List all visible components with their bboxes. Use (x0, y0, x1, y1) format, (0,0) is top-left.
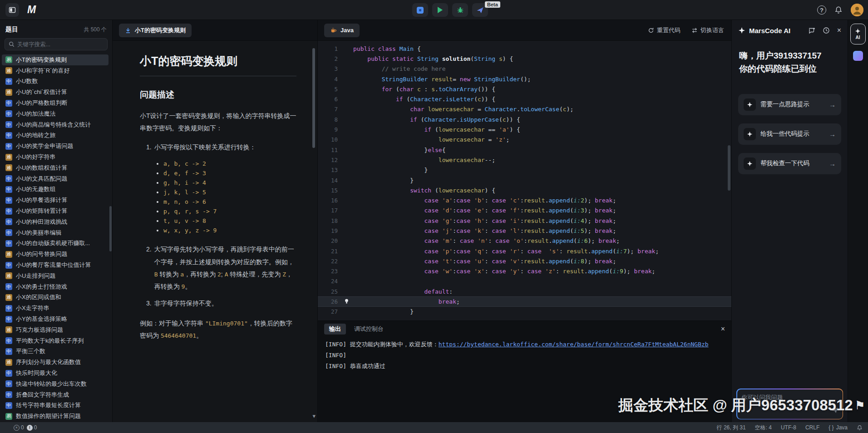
avatar[interactable] (851, 4, 863, 16)
ai-suggestion-card[interactable]: 给我一些代码提示→ (738, 123, 841, 145)
code-line[interactable]: 4 StringBuilder result= new StringBuilde… (318, 74, 731, 84)
line-number[interactable]: 25 (318, 288, 341, 295)
language-tab[interactable]: Java (324, 24, 360, 37)
line-number[interactable]: 3 (318, 65, 341, 72)
problem-list-item[interactable]: 中小Y的基金选择策略 (0, 314, 110, 325)
line-number[interactable]: 16 (318, 197, 341, 204)
code-editor[interactable]: 1public class Main {2 public static Stri… (318, 41, 731, 320)
ai-input-field[interactable] (737, 389, 843, 419)
submit-button[interactable]: Beta (472, 3, 488, 17)
line-number[interactable]: 4 (318, 76, 341, 83)
problem-list-item[interactable]: 难小U和字符`R`的喜好 (0, 65, 110, 76)
line-number[interactable]: 12 (318, 157, 341, 163)
code-line[interactable]: 1public class Main { (318, 44, 731, 54)
problem-list-item[interactable]: 难小X的区间或值和 (0, 292, 110, 303)
code-line[interactable]: 6 if (Character.isLetter(c)) { (318, 94, 731, 104)
problem-list-item[interactable]: 中小X的勇士打怪游戏 (0, 281, 110, 292)
line-number[interactable]: 6 (318, 96, 341, 103)
problem-tab[interactable]: 小T的密码变换规则 (119, 24, 192, 37)
problem-list-item[interactable]: 中小U的种田游戏挑战 (0, 216, 110, 227)
code-line[interactable]: 5 for (char c : s.toCharArray()) { (318, 84, 731, 94)
code-line[interactable]: 16 case 'a':case 'b': case 'c':result.ap… (318, 195, 731, 205)
problem-list-item[interactable]: 中小U的加法魔法 (0, 108, 110, 119)
problem-list-item[interactable]: 中小U的严格数组判断 (0, 98, 110, 108)
line-number[interactable]: 2 (318, 55, 341, 62)
problem-list-item[interactable]: 中括号字符串最短长度计算 (0, 400, 110, 411)
problem-list-item[interactable]: 难小U走排列问题 (0, 271, 110, 281)
build-button[interactable] (412, 3, 428, 17)
problem-list-item[interactable]: 中小U的早餐选择计算 (0, 195, 110, 206)
problem-list-item[interactable]: 中折叠回文字符串生成 (0, 389, 110, 400)
cursor-position[interactable]: 行 26, 列 31 (717, 424, 746, 432)
line-number[interactable]: 13 (318, 167, 341, 173)
run-button[interactable] (432, 3, 448, 17)
code-line[interactable]: 2 public static String solution(String s… (318, 54, 731, 64)
switch-language-button[interactable]: 切换语言 (691, 26, 724, 34)
console-close-icon[interactable]: × (721, 325, 725, 333)
code-line[interactable]: 11 }else{ (318, 145, 731, 155)
debug-button[interactable] (452, 3, 468, 17)
sidebar-toggle-button[interactable] (5, 3, 19, 17)
problem-list-item[interactable]: 中快乐时间最大化 (0, 368, 110, 379)
activity-icon[interactable] (853, 51, 863, 61)
problem-list-item[interactable]: 中小U的奖学金申请问题 (0, 141, 110, 152)
line-number[interactable]: 18 (318, 217, 341, 224)
description-scrollbar[interactable] (312, 48, 315, 148)
problem-list-item[interactable]: 易数值操作的期望计算问题 (0, 411, 110, 422)
code-line[interactable]: 3 // write code here (318, 64, 731, 74)
code-line[interactable]: 17 case 'd':case 'e': case 'f':result.ap… (318, 206, 731, 216)
line-number[interactable]: 9 (318, 126, 341, 133)
problem-list-item[interactable]: 中小U的无趣数组 (0, 184, 110, 195)
lightbulb-icon[interactable] (344, 298, 349, 306)
line-number[interactable]: 19 (318, 227, 341, 234)
problem-description[interactable]: 小T的密码变换规则 问题描述 小T设计了一套密码变换规则，将输入的字符串转换成一… (113, 41, 317, 422)
line-number[interactable]: 17 (318, 207, 341, 214)
line-number[interactable]: 21 (318, 248, 341, 255)
problem-list-item[interactable]: 难序列划分与最大化函数值 (0, 357, 110, 368)
code-line[interactable]: 10 lowercasechar = 'z'; (318, 135, 731, 145)
problem-list-item[interactable]: 中小U的文具匹配问题 (0, 173, 110, 184)
bell-icon[interactable] (834, 6, 843, 14)
line-number[interactable]: 24 (318, 278, 341, 285)
problem-list-item[interactable]: 中小U的美丽串编辑 (0, 227, 110, 238)
problem-list-item[interactable]: 中小U的地砖之旅 (0, 130, 110, 141)
send-icon[interactable] (831, 407, 838, 416)
line-number[interactable]: 8 (318, 116, 341, 123)
line-number[interactable]: 7 (318, 106, 341, 113)
line-number[interactable]: 5 (318, 86, 341, 93)
code-line[interactable]: 23 case 'w':case 'x': case 'y': case 'z'… (318, 266, 731, 276)
line-number[interactable]: 14 (318, 177, 341, 184)
code-line[interactable]: 14 } (318, 175, 731, 185)
reset-code-button[interactable]: 重置代码 (648, 26, 681, 34)
line-number[interactable]: 20 (318, 237, 341, 244)
search-box[interactable] (5, 38, 108, 50)
code-line[interactable]: 7 char lowercasechar = Character.toLower… (318, 104, 731, 114)
encoding[interactable]: UTF-8 (781, 424, 796, 431)
line-number[interactable]: 1 (318, 45, 341, 52)
line-number[interactable]: 22 (318, 258, 341, 265)
language-mode[interactable]: { } Java (829, 424, 848, 431)
ai-rail-button[interactable]: AI (850, 24, 866, 44)
problem-list-item[interactable]: 中小U的商品编号特殊含义统计 (0, 119, 110, 130)
problem-list-item[interactable]: 易小T的密码变换规则 (2, 54, 108, 65)
code-line[interactable]: 22 case 't':case 'u': case 'v':result.ap… (318, 256, 731, 266)
console-link[interactable]: https://bytedance.larkoffice.com/share/b… (439, 341, 709, 348)
line-number[interactable]: 10 (318, 136, 341, 143)
line-number[interactable]: 26 (318, 298, 341, 305)
errors-indicator[interactable]: × 0 (14, 424, 24, 431)
code-line[interactable]: 15 switch (lowercasechar) { (318, 185, 731, 195)
eol-sequence[interactable]: CRLF (805, 424, 819, 431)
code-line[interactable]: 13 } (318, 165, 731, 175)
ai-suggestion-card[interactable]: 帮我检查一下代码→ (738, 153, 841, 174)
ai-suggestion-card[interactable]: 需要一点思路提示→ (738, 94, 841, 115)
problem-list-item[interactable]: 中小X走字符串 (0, 303, 110, 314)
scroll-down-icon[interactable]: ▾ (312, 413, 316, 419)
tab-debug-console[interactable]: 调试控制台 (354, 325, 384, 333)
line-number[interactable]: 23 (318, 268, 341, 275)
code-line[interactable]: 20 case 'm': case 'n': case 'o':result.a… (318, 236, 731, 246)
code-line[interactable]: 21 case 'p':case 'q': case 'r': case 's'… (318, 246, 731, 256)
help-icon[interactable]: ? (817, 5, 826, 15)
sidebar-scrollbar[interactable] (109, 206, 112, 251)
problem-list-item[interactable]: 中小U的矩阵转置计算 (0, 206, 110, 216)
history-icon[interactable] (823, 27, 830, 34)
